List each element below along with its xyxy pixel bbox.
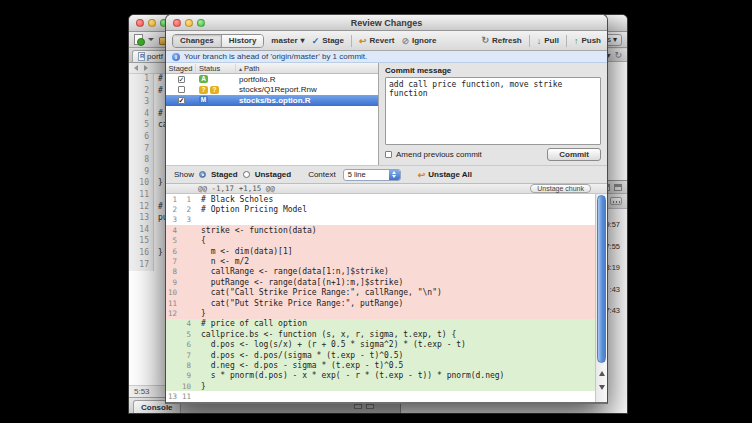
- column-status[interactable]: Status: [196, 64, 236, 73]
- old-line-number: 5: [166, 236, 180, 245]
- diff-code: putRange <- range(data[(n+1):m,]$strike): [194, 278, 403, 287]
- file-row[interactable]: ??stocks/Q1Report.Rnw: [166, 85, 378, 96]
- amend-checkbox[interactable]: [385, 151, 392, 158]
- ignore-label: Ignore: [412, 36, 436, 45]
- diff-code: callRange <- range(data[1:n,]$strike): [194, 267, 389, 276]
- diff-line[interactable]: 4# price of call option: [166, 319, 607, 329]
- old-line-number: 8: [166, 267, 180, 276]
- diff-line[interactable]: 12}: [166, 308, 607, 318]
- column-path[interactable]: ▴ Path: [236, 64, 378, 73]
- code-fragment: #: [154, 202, 163, 214]
- staged-checkbox[interactable]: ✓: [178, 76, 185, 83]
- more-options-icon[interactable]: [610, 197, 622, 205]
- file-rows: ✓Aportfolio.R??stocks/Q1Report.Rnw✓Mstoc…: [166, 74, 378, 106]
- diff-line[interactable]: 10 cat("Call Strike Price Range:", callR…: [166, 288, 607, 298]
- diff-scrollbar[interactable]: [595, 194, 607, 402]
- ignore-icon: ⊘: [401, 36, 409, 46]
- source-tab[interactable]: portf: [132, 50, 169, 62]
- old-line-number: 6: [166, 247, 180, 256]
- file-row[interactable]: ✓Aportfolio.R: [166, 74, 378, 85]
- line-number: 9: [129, 167, 154, 179]
- diff-code: d.neg <- d.pos - sigma * (t.exp - t)^0.5: [194, 361, 403, 370]
- line-number: 16: [129, 248, 154, 260]
- diff-line[interactable]: 1311: [166, 391, 607, 401]
- diff-line[interactable]: 8 d.neg <- d.pos - sigma * (t.exp - t)^0…: [166, 360, 607, 370]
- push-button[interactable]: ↑ Push: [574, 36, 601, 46]
- diff-line[interactable]: 33: [166, 215, 607, 225]
- new-line-number: 2: [180, 205, 194, 214]
- minimize-icon[interactable]: [148, 19, 156, 27]
- minimize-icon[interactable]: [185, 19, 193, 27]
- revert-button[interactable]: ↩ Revert: [359, 36, 394, 46]
- diff-line[interactable]: 5{: [166, 236, 607, 246]
- dialog-titlebar[interactable]: Review Changes: [166, 15, 607, 31]
- caret-down-icon: ▾: [301, 36, 305, 45]
- unstaged-radio-label: Unstaged: [255, 170, 291, 179]
- diff-line[interactable]: 5callprice.bs <- function (s, x, r, sigm…: [166, 329, 607, 339]
- caret-down-icon[interactable]: [148, 38, 154, 41]
- diff-line[interactable]: 9 s * pnorm(d.pos) - x * exp( - r * (t.e…: [166, 371, 607, 381]
- close-icon[interactable]: [173, 19, 181, 27]
- unstage-chunk-button[interactable]: Unstage chunk: [530, 184, 591, 193]
- file-row[interactable]: ✓Mstocks/bs.option.R: [166, 95, 378, 106]
- diff-line[interactable]: 9 putRange <- range(data[(n+1):m,]$strik…: [166, 277, 607, 287]
- diff-line[interactable]: 7 d.pos <- d.pos/(sigma * (t.exp - t)^0.…: [166, 350, 607, 360]
- staged-checkbox[interactable]: [178, 86, 185, 93]
- scrollbar-thumb[interactable]: [597, 195, 606, 363]
- diff-code: # price of call option: [194, 319, 307, 328]
- step-up-icon: [392, 171, 396, 174]
- context-select[interactable]: 5 line: [343, 169, 401, 181]
- diff-line[interactable]: 6 d.pos <- log(s/x) + (r + 0.5 * sigma^2…: [166, 339, 607, 349]
- close-icon[interactable]: [136, 19, 144, 27]
- branch-selector[interactable]: master ▾: [271, 36, 304, 45]
- diff-line[interactable]: 11 cat("Put Strike Price Range:", putRan…: [166, 298, 607, 308]
- unstaged-radio[interactable]: [243, 171, 250, 178]
- commit-message-input[interactable]: add call price function, move strike fun…: [385, 77, 601, 145]
- diff-line[interactable]: 4strike <- function(data): [166, 225, 607, 235]
- stage-button[interactable]: ✓ Stage: [312, 36, 344, 46]
- diff-code: }: [194, 382, 206, 391]
- unstage-all-button[interactable]: ↩ Unstage All: [418, 170, 472, 180]
- staged-checkbox[interactable]: ✓: [178, 97, 185, 104]
- new-file-icon[interactable]: [134, 34, 143, 45]
- diff-line[interactable]: 7 n <- m/2: [166, 256, 607, 266]
- diff-line[interactable]: 11# Black Scholes: [166, 194, 607, 204]
- refresh-icon: ↻: [481, 36, 489, 45]
- stage-check-icon: ✓: [312, 36, 320, 46]
- diff-line[interactable]: 8 callRange <- range(data[1:n,]$strike): [166, 267, 607, 277]
- line-number: 7: [129, 144, 154, 156]
- tab-changes[interactable]: Changes: [173, 35, 221, 47]
- code-fragment: [154, 144, 158, 156]
- back-icon[interactable]: [134, 65, 138, 71]
- zoom-icon[interactable]: [197, 19, 205, 27]
- line-number: 13: [129, 213, 154, 225]
- new-line-number: 9: [180, 371, 194, 380]
- status-badge: A: [199, 75, 208, 83]
- staged-radio[interactable]: [199, 171, 206, 178]
- diff-line[interactable]: 6 m <- dim(data)[1]: [166, 246, 607, 256]
- new-line-number: 1: [180, 195, 194, 204]
- cursor-position: 5:53: [134, 387, 150, 396]
- commit-button[interactable]: Commit: [547, 148, 601, 161]
- upper-split: Staged Status ▴ Path ✓Aportfolio.R??stoc…: [166, 63, 607, 165]
- tab-history[interactable]: History: [221, 35, 264, 47]
- refresh-button[interactable]: ↻ Refresh: [481, 36, 521, 45]
- scroll-down-icon[interactable]: [599, 385, 605, 390]
- refresh-icon[interactable]: ↻: [614, 51, 622, 60]
- new-line-number: 5: [180, 330, 194, 339]
- diff-code: cat("Call Strike Price Range:", callRang…: [194, 288, 442, 297]
- diff-code: d.pos <- log(s/x) + (r + 0.5 * sigma^2) …: [194, 340, 466, 349]
- diff-line[interactable]: 10}: [166, 381, 607, 391]
- line-number: 4: [129, 109, 154, 121]
- diff-code: s * pnorm(d.pos) - x * exp( - r * (t.exp…: [194, 371, 504, 380]
- view-switcher: Changes History: [172, 34, 264, 48]
- column-staged[interactable]: Staged: [166, 64, 196, 73]
- diff-line[interactable]: 22# Option Pricing Model: [166, 204, 607, 214]
- pull-button[interactable]: ↓ Pull: [537, 36, 559, 46]
- scroll-up-icon[interactable]: [599, 371, 605, 376]
- code-fragment: [154, 132, 158, 144]
- ignore-button[interactable]: ⊘ Ignore: [401, 36, 436, 46]
- maximize-pane-icon[interactable]: [614, 184, 622, 191]
- file-path: stocks/Q1Report.Rnw: [236, 85, 378, 94]
- forward-icon[interactable]: [144, 65, 148, 71]
